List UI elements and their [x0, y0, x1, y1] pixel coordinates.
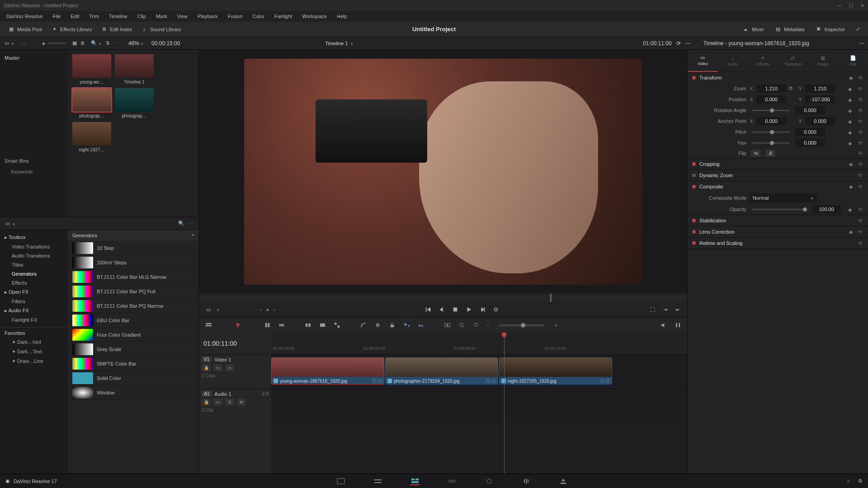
kf-icon[interactable]: ◆	[848, 86, 853, 91]
anchor-x-input[interactable]: 0.000	[756, 117, 786, 125]
out-icon[interactable]: ⇥	[661, 305, 669, 314]
clip-thumb[interactable]: photograp…	[72, 88, 111, 118]
match-frame-icon[interactable]: ▭	[204, 305, 212, 314]
generator-item[interactable]: Solid Color	[68, 371, 198, 385]
layout-icon[interactable]: ▭	[4, 40, 10, 47]
menu-workspace[interactable]: Workspace	[297, 11, 331, 22]
search-dropdown[interactable]	[99, 41, 101, 46]
timeline-clip[interactable]: night-1927265_1920.jpg	[499, 357, 612, 385]
nav-next-icon[interactable]: ›	[25, 41, 27, 46]
rotation-slider[interactable]	[752, 110, 790, 111]
clip-thumb[interactable]: young-wo…	[72, 54, 111, 84]
sync-icon[interactable]: ⟳	[676, 40, 681, 47]
rotation-input[interactable]: 0.000	[795, 106, 825, 114]
anchor-y-input[interactable]: 0.000	[805, 117, 835, 125]
fx-handle-icon[interactable]	[600, 379, 604, 383]
track-body[interactable]: 01:00:00:0001:00:04:0001:00:08:0001:00:1…	[271, 333, 687, 474]
zoom-fit-icon[interactable]	[443, 321, 451, 329]
reset-icon[interactable]: ⟲	[858, 240, 863, 246]
project-settings-icon[interactable]: ⚙	[858, 478, 863, 484]
clip-thumb[interactable]: night-1927…	[72, 122, 111, 152]
curve-handle-icon[interactable]	[491, 379, 496, 383]
close-icon[interactable]: ✕	[860, 3, 864, 9]
fx-nav-item[interactable]: Audio Transitions	[0, 251, 68, 260]
viewer-zoom[interactable]: 46%	[128, 40, 139, 47]
v1-enable-icon[interactable]: ▭	[225, 364, 234, 371]
menu-edit[interactable]: Edit	[66, 11, 84, 22]
nav-prev-icon[interactable]: ‹	[21, 41, 23, 46]
mark-dot-icon[interactable]: ●	[266, 307, 269, 312]
menu-color[interactable]: Color	[248, 11, 269, 22]
playhead[interactable]	[504, 333, 505, 474]
menu-fairlight[interactable]: Fairlight	[270, 11, 297, 22]
link-icon[interactable]	[373, 321, 382, 329]
fx-nav-item[interactable]: Effects	[0, 278, 68, 287]
fx-layout-dropdown[interactable]	[13, 221, 15, 226]
audio-icon[interactable]	[659, 321, 667, 329]
fx-nav-item[interactable]: Video Transitions	[0, 242, 68, 251]
zoom-dropdown[interactable]	[141, 41, 143, 46]
menu-mark[interactable]: Mark	[151, 11, 171, 22]
inspector-opts-icon[interactable]: ⋯	[859, 40, 864, 47]
inspector-tab-transition[interactable]: ⇄Transition	[778, 50, 808, 72]
generator-item[interactable]: Window	[68, 385, 198, 400]
menu-clip[interactable]: Clip	[133, 11, 151, 22]
a1-lock-icon[interactable]: 🔒	[202, 399, 211, 406]
inspector-tab-effects[interactable]: ✦Effects	[748, 50, 778, 72]
pitch-slider[interactable]	[752, 131, 790, 133]
media-pool-button[interactable]: ▦ Media Pool	[4, 23, 47, 36]
curve-handle-icon[interactable]	[377, 379, 382, 383]
pos-y-input[interactable]: -107.000	[805, 95, 835, 103]
fx-nav-item[interactable]: Filters	[0, 297, 68, 306]
generator-item[interactable]: 10 Step	[68, 241, 198, 255]
zoom-in-icon[interactable]: +	[554, 323, 557, 328]
blade-tool[interactable]	[278, 321, 286, 329]
inspector-tab-image[interactable]: ▦Image	[808, 50, 838, 72]
reset-icon[interactable]: ⟲	[858, 97, 863, 102]
fx-nav-item[interactable]: Titles	[0, 260, 68, 269]
retime-header[interactable]: Retime and Scaling⟲	[688, 238, 868, 249]
pos-x-input[interactable]: 0.000	[756, 95, 786, 103]
pitch-input[interactable]: 0.000	[795, 128, 825, 136]
deliver-page-icon[interactable]	[558, 477, 568, 485]
reset-icon[interactable]: ⟲	[858, 161, 863, 167]
timeline-clip[interactable]: photographer-2179204_1920.jpg	[385, 357, 498, 385]
kf-icon[interactable]: ◆	[849, 161, 854, 167]
master-bin[interactable]: Master	[5, 53, 63, 66]
inspector-tab-audio[interactable]: ♪Audio	[718, 50, 748, 72]
v1-badge[interactable]: V1	[202, 357, 212, 362]
stabilization-header[interactable]: Stabilization⟲	[688, 215, 868, 226]
mixer-button[interactable]: ⏶ Mixer	[738, 23, 769, 36]
layout-dropdown[interactable]	[12, 41, 14, 46]
zoom-y-input[interactable]: 1.210	[805, 84, 835, 93]
inspector-button[interactable]: ✖ Inspector	[811, 23, 849, 36]
fx-nav-item[interactable]: Fairlight FX	[0, 315, 68, 324]
fusion-page-icon[interactable]	[447, 477, 457, 485]
kf-icon[interactable]: ◆	[848, 108, 853, 113]
kf-icon[interactable]: ◆	[849, 229, 854, 235]
maximize-icon[interactable]: ☐	[849, 3, 853, 9]
fx-nav-item[interactable]: ▸ Audio FX	[0, 306, 68, 315]
generator-item[interactable]: BT.2111 Color Bar PQ Full	[68, 284, 198, 299]
flag-icon[interactable]: ⚑	[402, 321, 410, 329]
generator-item[interactable]: 100mV Steps	[68, 255, 198, 270]
record-icon[interactable]: ●	[42, 41, 45, 46]
menu-trim[interactable]: Trim	[85, 11, 104, 22]
zoom-custom-icon[interactable]	[472, 321, 480, 329]
sound-library-button[interactable]: ♪ Sound Library	[137, 23, 186, 36]
in-icon[interactable]: ⇤	[674, 305, 682, 314]
inspector-tab-file[interactable]: 📄File	[838, 50, 868, 72]
generator-item[interactable]: EBU Color Bar	[68, 313, 198, 328]
sort-icon[interactable]: ⇅	[106, 40, 110, 46]
kf-icon[interactable]: ◆	[849, 184, 854, 189]
dynamic-trim-tool[interactable]	[263, 321, 271, 329]
fx-group-header[interactable]: Generators	[68, 230, 198, 241]
link-icon[interactable]: ⧉	[789, 85, 795, 92]
reset-icon[interactable]: ⟲	[858, 173, 863, 178]
match-dropdown[interactable]	[217, 307, 219, 312]
trim-tool[interactable]	[249, 321, 257, 329]
menu-dots-icon[interactable]: ⋯	[31, 40, 36, 46]
keyframe-icon[interactable]: ◆	[849, 75, 854, 80]
generator-item[interactable]: Four Color Gradient	[68, 328, 198, 342]
cut-page-icon[interactable]	[373, 477, 383, 485]
